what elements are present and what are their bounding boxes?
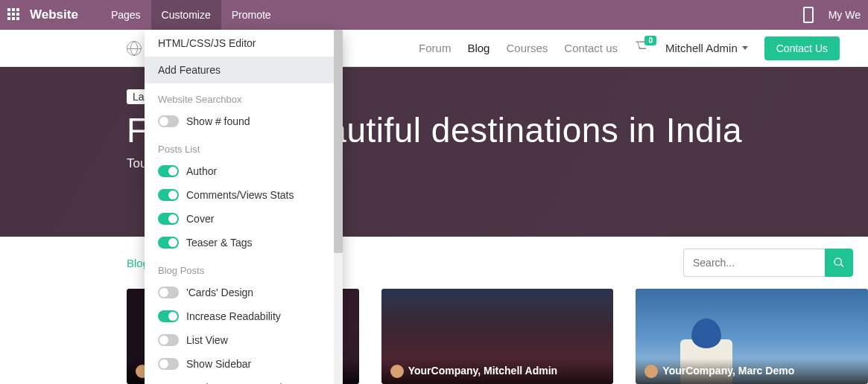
- toggle-top-banner[interactable]: Top banner - Name / Latest Post: [145, 376, 343, 384]
- top-bar: Website Pages Customize Promote My We: [0, 0, 868, 30]
- cart-badge: 0: [644, 36, 656, 45]
- toggle-show-sidebar[interactable]: Show Sidebar: [145, 352, 343, 376]
- nav-courses[interactable]: Courses: [506, 42, 548, 54]
- toggle-readability[interactable]: Increase Readability: [145, 304, 343, 328]
- search-input[interactable]: [683, 249, 825, 277]
- toggle-cards-design[interactable]: 'Cards' Design: [145, 281, 343, 304]
- dd-header-posts-list: Posts List: [145, 133, 343, 159]
- avatar: [390, 365, 404, 378]
- search-box: [683, 249, 853, 277]
- hero-banner: La Five most beautiful destinations in I…: [0, 67, 868, 237]
- dd-add-features[interactable]: Add Features: [145, 57, 343, 83]
- mobile-preview-icon[interactable]: [803, 7, 814, 23]
- toggle-icon: [158, 287, 179, 298]
- menu-promote[interactable]: Promote: [221, 0, 282, 30]
- toggle-icon: [158, 358, 179, 370]
- user-menu[interactable]: Mitchell Admin: [665, 42, 748, 54]
- avatar: [644, 365, 658, 378]
- toggle-show-found[interactable]: Show # found: [145, 109, 343, 133]
- toggle-icon: [158, 213, 179, 225]
- site-nav: Y Forum Blog Courses Contact us 0 Mitche…: [0, 30, 868, 67]
- user-name: Mitchell Admin: [665, 42, 738, 54]
- toggle-author[interactable]: Author: [145, 159, 343, 183]
- customize-dropdown: HTML/CSS/JS Editor Add Features Website …: [145, 30, 343, 384]
- search-button[interactable]: [825, 249, 853, 277]
- search-icon: [833, 257, 845, 269]
- contact-us-button[interactable]: Contact Us: [764, 36, 840, 60]
- dd-header-blog-posts: Blog Posts: [145, 255, 343, 281]
- chevron-down-icon: [742, 46, 748, 50]
- globe-icon[interactable]: [127, 41, 142, 56]
- card-author: YourCompany, Marc Demo: [636, 359, 868, 384]
- toggle-icon: [158, 237, 179, 249]
- blog-card[interactable]: YourCompany, Mitchell Admin: [381, 289, 614, 384]
- toggle-icon: [158, 189, 179, 201]
- toggle-teaser[interactable]: Teaser & Tags: [145, 231, 343, 255]
- brand[interactable]: Website: [30, 7, 78, 22]
- apps-icon[interactable]: [7, 8, 21, 22]
- menu-pages[interactable]: Pages: [101, 0, 151, 30]
- blog-cards: YourCompany, Mitchell Admin YourCompany,…: [0, 289, 868, 384]
- toggle-comments[interactable]: Comments/Views Stats: [145, 183, 343, 207]
- nav-blog[interactable]: Blog: [467, 42, 490, 54]
- my-website[interactable]: My We: [829, 9, 861, 21]
- blog-card[interactable]: YourCompany, Marc Demo: [636, 289, 868, 384]
- cart-icon[interactable]: 0: [634, 40, 649, 56]
- dropdown-scrollbar[interactable]: [334, 30, 343, 384]
- menu-customize[interactable]: Customize: [151, 0, 221, 30]
- nav-forum[interactable]: Forum: [419, 42, 451, 54]
- dd-header-searchbox: Website Searchbox: [145, 83, 343, 109]
- toggle-cover[interactable]: Cover: [145, 207, 343, 231]
- dd-html-editor[interactable]: HTML/CSS/JS Editor: [145, 30, 343, 57]
- mid-bar: Blog: [0, 237, 868, 289]
- nav-contact[interactable]: Contact us: [564, 42, 618, 54]
- toggle-icon: [158, 115, 179, 127]
- card-author: YourCompany, Mitchell Admin: [381, 359, 614, 384]
- toggle-icon: [158, 165, 179, 177]
- toggle-icon: [158, 334, 179, 346]
- toggle-icon: [158, 310, 179, 322]
- toggle-list-view[interactable]: List View: [145, 328, 343, 352]
